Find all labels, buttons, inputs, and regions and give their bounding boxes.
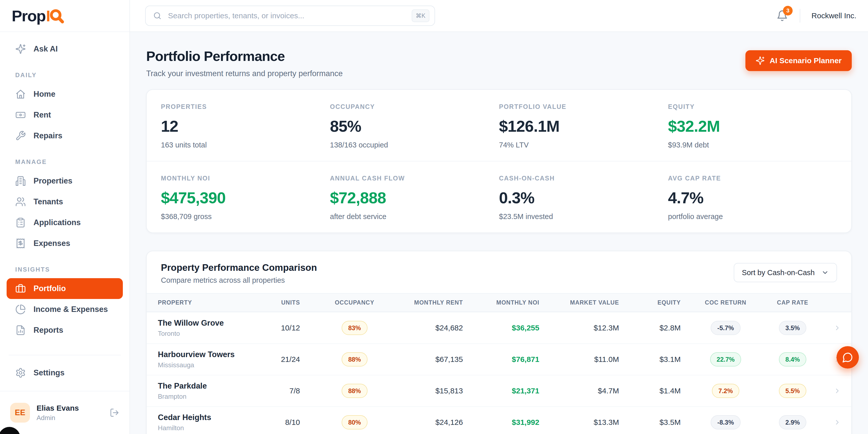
- chevron-right-icon[interactable]: [815, 324, 841, 332]
- occupancy-cell: 83%: [300, 321, 409, 335]
- column-header: EQUITY: [619, 299, 681, 306]
- kpi-summary-card: PROPERTIES 12 163 units total OCCUPANCY …: [146, 89, 852, 233]
- monthly-noi-cell: $36,255: [463, 323, 539, 332]
- magnifier-q-icon: [50, 7, 64, 24]
- sidebar-item-income-expenses[interactable]: Income & Expenses: [7, 299, 123, 320]
- property-city: Hamilton: [158, 424, 259, 432]
- cap-rate-badge: 5.5%: [779, 384, 807, 398]
- table-row[interactable]: The Parkdale Brampton 7/8 88% $15,813 $2…: [147, 375, 851, 406]
- org-name[interactable]: Rockwell Inc.: [811, 11, 856, 20]
- sidebar-item-applications[interactable]: Applications: [7, 212, 123, 233]
- user-card[interactable]: EE Elias Evans Admin: [0, 391, 129, 434]
- kpi-label: OCCUPANCY: [330, 103, 499, 111]
- topbar-divider: [800, 9, 800, 23]
- table-row[interactable]: Harbourview Towers Mississauga 21/24 88%…: [147, 343, 851, 375]
- chevron-right-icon[interactable]: [815, 418, 841, 426]
- units-cell: 8/10: [259, 418, 300, 427]
- ai-scenario-planner-button[interactable]: AI Scenario Planner: [745, 50, 852, 71]
- sidebar-item-label: Rent: [33, 111, 51, 120]
- sidebar-bottom: Settings: [0, 355, 129, 383]
- kpi-subtext: 138/163 occupied: [330, 141, 499, 149]
- sidebar-item-label: Applications: [33, 218, 81, 227]
- comparison-card: Property Performance Comparison Compare …: [146, 251, 852, 434]
- sidebar-item-home[interactable]: Home: [7, 84, 123, 104]
- sort-dropdown[interactable]: Sort by Cash-on-Cash: [734, 263, 837, 282]
- chevron-right-icon[interactable]: [815, 387, 841, 395]
- kpi-row-2: MONTHLY NOI $475,390 $368,709 gross ANNU…: [147, 161, 851, 232]
- sidebar-item-ask-ai[interactable]: Ask AI: [7, 38, 123, 59]
- property-name: The Willow Grove: [158, 318, 259, 328]
- monthly-rent-cell: $15,813: [409, 386, 463, 395]
- sidebar-nav: Ask AI DAILY Home Rent Repairs: [0, 32, 129, 355]
- page-title: Portfolio Performance: [146, 48, 343, 64]
- monthly-noi-cell: $76,871: [463, 355, 539, 364]
- ai-button-label: AI Scenario Planner: [770, 56, 842, 65]
- app-root: PropI Ask AI DAILY: [0, 0, 868, 434]
- cap-rate-badge: 2.9%: [779, 415, 807, 429]
- logout-icon[interactable]: [110, 408, 119, 417]
- search-input[interactable]: [167, 11, 406, 20]
- logo-row: PropI: [0, 0, 129, 32]
- sidebar-item-properties[interactable]: Properties: [7, 170, 123, 191]
- property-name: Cedar Heights: [158, 413, 259, 422]
- receipt-icon: [15, 238, 26, 249]
- avatar: EE: [10, 403, 30, 423]
- search-icon: [153, 11, 162, 20]
- equity-cell: $1.4M: [619, 386, 681, 395]
- sidebar-item-label: Properties: [33, 176, 72, 186]
- kpi-subtext: portfolio average: [668, 212, 837, 221]
- comparison-title: Property Performance Comparison: [161, 262, 317, 273]
- global-search[interactable]: ⌘K: [145, 6, 435, 26]
- property-cell: The Parkdale Brampton: [158, 381, 259, 401]
- notifications-button[interactable]: 3: [776, 10, 788, 22]
- sidebar-item-label: Expenses: [33, 239, 70, 248]
- wrench-icon: [15, 130, 26, 141]
- monthly-rent-cell: $24,126: [409, 418, 463, 427]
- monthly-rent-cell: $67,135: [409, 355, 463, 364]
- property-city: Toronto: [158, 330, 259, 338]
- kpi-cash-on-cash: CASH-ON-CASH 0.3% $23.5M invested: [499, 175, 668, 221]
- sidebar-item-expenses[interactable]: Expenses: [7, 233, 123, 254]
- cap-rate-cell: 8.4%: [771, 352, 815, 367]
- brand-logo[interactable]: PropI: [12, 7, 64, 25]
- sparkles-icon: [15, 44, 26, 54]
- occupancy-badge: 83%: [342, 321, 368, 335]
- coc-return-badge: -5.7%: [711, 321, 740, 335]
- occupancy-cell: 80%: [300, 415, 409, 429]
- column-header: UNITS: [259, 299, 300, 306]
- units-cell: 10/12: [259, 323, 300, 332]
- property-city: Mississauga: [158, 361, 259, 369]
- users-icon: [15, 196, 26, 207]
- occupancy-badge: 88%: [342, 352, 368, 367]
- table-row[interactable]: Cedar Heights Hamilton 8/10 80% $24,126 …: [147, 406, 851, 434]
- sidebar-item-settings[interactable]: Settings: [7, 363, 123, 383]
- sidebar-item-portfolio[interactable]: Portfolio: [7, 278, 123, 299]
- kpi-label: PORTFOLIO VALUE: [499, 103, 668, 111]
- equity-cell: $2.8M: [619, 323, 681, 332]
- market-value-cell: $4.7M: [539, 386, 619, 395]
- user-role: Admin: [36, 414, 79, 422]
- market-value-cell: $11.0M: [539, 355, 619, 364]
- sidebar-item-rent[interactable]: Rent: [7, 104, 123, 125]
- kpi-annual-cash-flow: ANNUAL CASH FLOW $72,888 after debt serv…: [330, 175, 499, 221]
- sidebar-item-label: Repairs: [33, 131, 62, 141]
- equity-cell: $3.5M: [619, 418, 681, 427]
- table-row[interactable]: The Willow Grove Toronto 10/12 83% $24,6…: [147, 312, 851, 343]
- kpi-subtext: 74% LTV: [499, 141, 668, 149]
- section-label-daily: DAILY: [15, 71, 123, 79]
- coc-return-cell: -5.7%: [681, 321, 771, 335]
- kpi-label: PROPERTIES: [161, 103, 330, 111]
- column-header: OCCUPANCY: [300, 299, 409, 306]
- sidebar-item-tenants[interactable]: Tenants: [7, 191, 123, 212]
- coc-return-badge: 7.2%: [712, 384, 740, 398]
- kpi-value: 4.7%: [668, 189, 837, 207]
- occupancy-badge: 80%: [342, 415, 368, 429]
- building-icon: [15, 176, 26, 186]
- chat-fab-button[interactable]: [837, 346, 859, 369]
- coc-return-badge: -8.3%: [711, 415, 740, 429]
- sidebar-item-reports[interactable]: Reports: [7, 320, 123, 341]
- kpi-value: $72,888: [330, 189, 499, 207]
- sidebar-item-repairs[interactable]: Repairs: [7, 125, 123, 146]
- comparison-subtitle: Compare metrics across all properties: [161, 276, 317, 284]
- brand-text-dark: Prop: [12, 7, 45, 25]
